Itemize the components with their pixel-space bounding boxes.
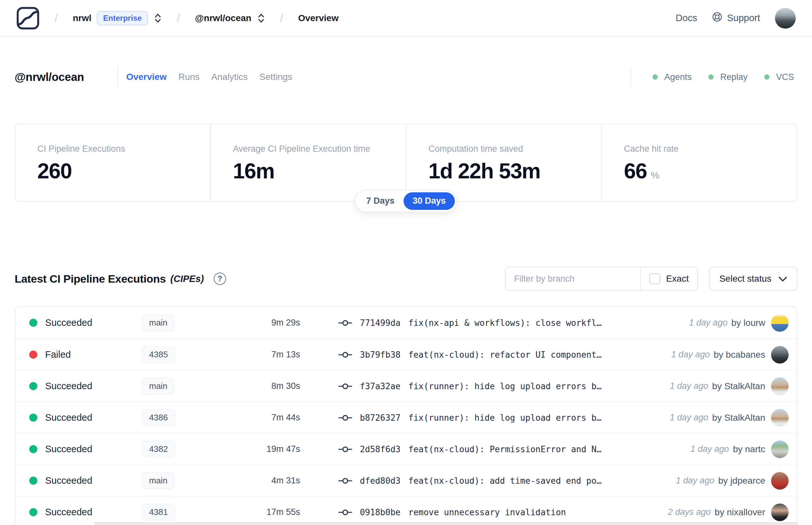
branch-cell: main [142, 378, 237, 394]
table-row[interactable]: Succeeded 4381 17m 55s 0918b0be remove u… [15, 496, 797, 525]
status-label: Failed [45, 349, 71, 360]
author: by bcabanes [714, 349, 765, 360]
branch-badge: 4386 [142, 409, 175, 426]
git-commit-icon [338, 413, 352, 422]
table-row[interactable]: Failed 4385 7m 13s 3b79fb38 feat(nx-clou… [15, 339, 797, 370]
workspace-header: @nrwl/ocean Overview Runs Analytics Sett… [15, 66, 797, 87]
time-ago: 1 day ago [689, 318, 727, 328]
section-title-suffix: (CIPEs) [170, 273, 204, 284]
commit-message: feat(nx-cloud): PermissionError and N… [408, 445, 601, 454]
branch-badge: 4381 [142, 504, 175, 521]
status-cell: Succeeded [15, 444, 142, 454]
table-row[interactable]: Succeeded 4382 19m 47s 2d58f6d3 feat(nx-… [15, 433, 797, 465]
duration: 8m 30s [237, 381, 300, 391]
status-label: Succeeded [45, 381, 92, 391]
meta-cell: 1 day ago by StalkAltan [670, 409, 797, 426]
cipe-table: Succeeded main 9m 29s 771499da fix(nx-ap… [15, 306, 797, 525]
git-commit-icon [338, 445, 352, 454]
stat-suffix: % [650, 169, 659, 181]
select-status-button[interactable]: Select status [709, 267, 797, 291]
breadcrumb-page: Overview [298, 13, 339, 24]
table-row[interactable]: Succeeded main 9m 29s 771499da fix(nx-ap… [15, 307, 797, 339]
support-label: Support [727, 13, 760, 24]
tab-analytics[interactable]: Analytics [212, 72, 248, 82]
filters: Exact Select status [505, 267, 797, 291]
nav-actions: Docs Support [676, 8, 796, 29]
service-replay: Replay [708, 72, 747, 82]
chevron-updown-icon[interactable] [257, 13, 265, 24]
branch-badge: 4385 [142, 346, 175, 363]
top-nav: / nrwl Enterprise / @nrwl/ocean [0, 0, 812, 37]
status-dot [764, 74, 769, 79]
range-7-days-button[interactable]: 7 Days [357, 192, 403, 210]
author: by nixallover [715, 507, 765, 518]
author: by jdpearce [718, 476, 765, 486]
service-agents: Agents [653, 72, 691, 82]
time-ago: 1 day ago [670, 412, 708, 423]
table-row[interactable]: Succeeded 4386 7m 44s b8726327 fix(runne… [15, 402, 797, 433]
breadcrumb-workspace[interactable]: @nrwl/ocean [195, 13, 265, 24]
section-title: Latest CI Pipeline Executions [15, 273, 166, 285]
git-commit-icon [338, 476, 352, 485]
cipes-section-header: Latest CI Pipeline Executions (CIPEs) ? … [15, 267, 797, 291]
service-label: VCS [776, 72, 794, 82]
author-avatar [771, 440, 788, 458]
stat-label: CI Pipeline Executions [37, 144, 204, 154]
commit-message: remove unnecessary invalidation [408, 508, 566, 517]
author-avatar [771, 472, 788, 490]
commit-message: fix(runner): hide log upload errors b… [408, 381, 601, 391]
commit-cell: f37a32ae fix(runner): hide log upload er… [338, 381, 670, 391]
tab-runs[interactable]: Runs [178, 72, 199, 82]
stats-section: CI Pipeline Executions 260 Average CI Pi… [15, 124, 797, 202]
tab-settings[interactable]: Settings [260, 72, 292, 82]
service-status-group: Agents Replay VCS [630, 67, 797, 87]
nx-cloud-logo[interactable] [16, 6, 40, 30]
workspace-name: @nrwl/ocean [195, 13, 251, 24]
author: by nartc [733, 444, 765, 454]
stat-cache-hit-rate: Cache hit rate 66 % [601, 124, 797, 201]
author-avatar [771, 409, 788, 426]
tab-overview[interactable]: Overview [126, 72, 167, 82]
help-icon[interactable]: ? [214, 273, 226, 285]
page: / nrwl Enterprise / @nrwl/ocean [0, 0, 812, 525]
table-row[interactable]: Succeeded main 8m 30s f37a32ae fix(runne… [15, 370, 797, 402]
status-cell: Succeeded [15, 507, 142, 518]
commit-message: feat(nx-cloud): refactor UI component… [408, 350, 601, 360]
user-avatar[interactable] [775, 8, 796, 29]
table-row[interactable]: Succeeded main 4m 31s dfed80d3 feat(nx-c… [15, 465, 797, 496]
branch-cell: main [142, 472, 237, 489]
nx-cloud-logo-icon [16, 6, 40, 30]
branch-badge: main [142, 472, 174, 489]
range-30-days-button[interactable]: 30 Days [403, 192, 455, 210]
docs-link[interactable]: Docs [676, 13, 697, 24]
duration: 17m 55s [237, 507, 300, 517]
divider [630, 67, 631, 87]
commit-hash: 0918b0be [360, 508, 400, 517]
exact-checkbox[interactable] [649, 273, 660, 284]
status-dot [29, 477, 37, 485]
breadcrumb-org[interactable]: nrwl Enterprise [73, 11, 162, 25]
commit-cell: 771499da fix(nx-api & workflows): close … [338, 318, 689, 328]
meta-cell: 2 days ago by nixallover [668, 504, 797, 521]
stat-value: 66 % [624, 159, 790, 183]
stat-label: Computation time saved [428, 144, 595, 154]
git-commit-icon [338, 508, 352, 517]
horizontal-scrollbar-track[interactable] [94, 522, 798, 525]
author: by lourw [732, 318, 765, 328]
branch-filter-input[interactable] [506, 267, 640, 290]
status-label: Succeeded [45, 412, 92, 423]
commit-hash: dfed80d3 [360, 476, 400, 486]
author: by StalkAltan [712, 381, 765, 391]
author-avatar [771, 377, 788, 395]
duration: 9m 29s [237, 318, 300, 328]
status-dot [29, 445, 37, 453]
branch-badge: main [142, 378, 174, 394]
commit-cell: 0918b0be remove unnecessary invalidation [338, 508, 668, 517]
support-link[interactable]: Support [712, 12, 760, 24]
commit-message: feat(nx-cloud): add time-saved end po… [408, 476, 601, 486]
breadcrumb-separator: / [55, 11, 58, 25]
meta-cell: 1 day ago by bcabanes [671, 346, 797, 363]
stat-ci-pipeline-executions: CI Pipeline Executions 260 [15, 124, 210, 201]
chevron-updown-icon[interactable] [154, 13, 162, 24]
meta-cell: 1 day ago by jdpearce [676, 472, 797, 490]
